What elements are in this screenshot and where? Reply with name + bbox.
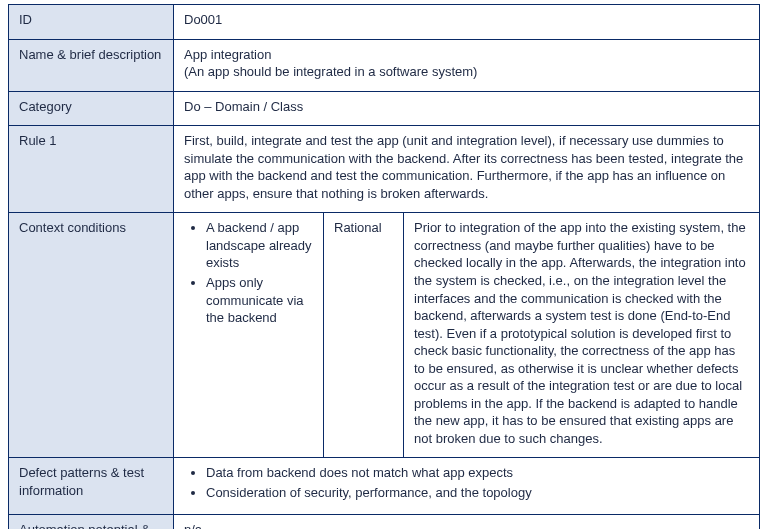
list-item: Consideration of security, performance, … bbox=[206, 484, 749, 504]
row-name-desc: Name & brief description App integration… bbox=[9, 39, 760, 91]
row-defect: Defect patterns & test information Data … bbox=[9, 458, 760, 514]
row-automation: Automation potential & hints n/a bbox=[9, 514, 760, 529]
name-title: App integration bbox=[184, 47, 271, 62]
value-category: Do – Domain / Class bbox=[174, 91, 760, 126]
value-id: Do001 bbox=[174, 5, 760, 40]
label-rational: Rational bbox=[324, 213, 404, 458]
list-item: Data from backend does not match what ap… bbox=[206, 464, 749, 484]
value-defect: Data from backend does not match what ap… bbox=[174, 458, 760, 514]
defect-list: Data from backend does not match what ap… bbox=[184, 464, 749, 503]
label-id: ID bbox=[9, 5, 174, 40]
row-id: ID Do001 bbox=[9, 5, 760, 40]
spec-table: ID Do001 Name & brief description App in… bbox=[8, 4, 760, 529]
label-name-desc: Name & brief description bbox=[9, 39, 174, 91]
list-item: A backend / app landscape already exists bbox=[206, 219, 313, 274]
row-context: Context conditions A backend / app lands… bbox=[9, 213, 760, 458]
label-automation: Automation potential & hints bbox=[9, 514, 174, 529]
value-context: A backend / app landscape already exists… bbox=[174, 213, 324, 458]
row-rule1: Rule 1 First, build, integrate and test … bbox=[9, 126, 760, 213]
label-rule1: Rule 1 bbox=[9, 126, 174, 213]
name-subtitle: (An app should be integrated in a softwa… bbox=[184, 64, 477, 79]
row-category: Category Do – Domain / Class bbox=[9, 91, 760, 126]
label-category: Category bbox=[9, 91, 174, 126]
context-list: A backend / app landscape already exists… bbox=[184, 219, 313, 328]
label-context: Context conditions bbox=[9, 213, 174, 458]
list-item: Apps only communicate via the backend bbox=[206, 274, 313, 329]
value-automation: n/a bbox=[174, 514, 760, 529]
value-rational: Prior to integration of the app into the… bbox=[404, 213, 760, 458]
label-defect: Defect patterns & test information bbox=[9, 458, 174, 514]
value-rule1: First, build, integrate and test the app… bbox=[174, 126, 760, 213]
value-name-desc: App integration (An app should be integr… bbox=[174, 39, 760, 91]
